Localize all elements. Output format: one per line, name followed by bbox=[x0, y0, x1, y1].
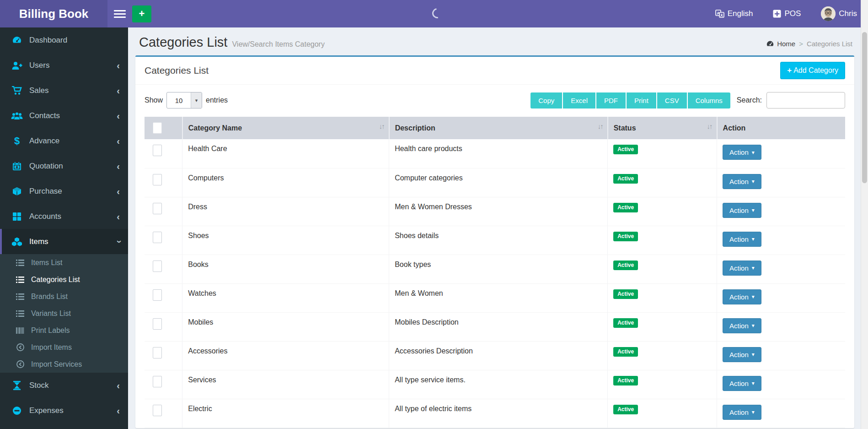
status-badge: Active bbox=[613, 232, 638, 241]
plus-icon: + bbox=[787, 66, 792, 75]
list-icon bbox=[15, 260, 26, 266]
action-dropdown-button[interactable]: Action▾ bbox=[723, 145, 761, 160]
description-cell: All type of electric items bbox=[389, 399, 608, 428]
row-checkbox[interactable] bbox=[153, 405, 162, 416]
quick-add-button[interactable]: + bbox=[132, 5, 151, 22]
sidebar-item-expenses[interactable]: Expenses ‹ bbox=[0, 398, 128, 423]
sidebar-item-users[interactable]: Users ‹ bbox=[0, 53, 128, 78]
show-label: Show bbox=[145, 96, 163, 104]
dashboard-icon bbox=[11, 36, 23, 45]
row-checkbox[interactable] bbox=[153, 261, 162, 272]
sidebar-toggle-hamburger-icon[interactable] bbox=[114, 8, 126, 20]
chevron-left-icon: ‹ bbox=[117, 406, 120, 415]
excel-button[interactable]: Excel bbox=[563, 92, 596, 109]
column-header-description[interactable]: Description ↓↑ bbox=[389, 117, 608, 139]
sort-icon: ↓↑ bbox=[598, 122, 603, 130]
sidebar-item-import-services[interactable]: Import Services bbox=[0, 356, 128, 373]
table-row: Watches Men & Women Active Action▾ bbox=[145, 283, 845, 312]
action-dropdown-button[interactable]: Action▾ bbox=[723, 289, 761, 304]
row-checkbox[interactable] bbox=[153, 203, 162, 214]
caret-down-icon: ▾ bbox=[752, 322, 755, 329]
breadcrumb-home[interactable]: Home bbox=[766, 40, 795, 48]
pdf-button[interactable]: PDF bbox=[596, 92, 627, 109]
select-all-checkbox[interactable] bbox=[153, 122, 162, 134]
action-dropdown-button[interactable]: Action▾ bbox=[723, 261, 761, 276]
sidebar-item-accounts[interactable]: Accounts ‹ bbox=[0, 204, 128, 229]
copy-button[interactable]: Copy bbox=[530, 92, 563, 109]
sidebar-item-import-items[interactable]: Import Items bbox=[0, 339, 128, 356]
pos-menu[interactable]: POS bbox=[773, 9, 801, 18]
sidebar-item-items-list[interactable]: Items List bbox=[0, 254, 128, 271]
chevron-down-icon: ‹ bbox=[114, 240, 123, 243]
columns-button[interactable]: Columns bbox=[688, 92, 730, 109]
action-dropdown-button[interactable]: Action▾ bbox=[723, 232, 761, 247]
status-badge: Active bbox=[613, 376, 638, 386]
row-checkbox[interactable] bbox=[153, 318, 162, 330]
action-dropdown-button[interactable]: Action▾ bbox=[723, 347, 761, 362]
row-checkbox[interactable] bbox=[153, 232, 162, 243]
chevron-left-icon: ‹ bbox=[117, 162, 120, 171]
category-name-cell: Accessories bbox=[182, 341, 389, 370]
language-icon: A bbox=[715, 10, 724, 18]
row-checkbox[interactable] bbox=[153, 145, 162, 156]
status-badge: Active bbox=[613, 289, 638, 299]
row-checkbox[interactable] bbox=[153, 347, 162, 358]
status-badge: Active bbox=[613, 347, 638, 357]
loading-spinner-icon bbox=[430, 6, 445, 21]
category-name-cell: Electric bbox=[182, 399, 389, 428]
column-header-status[interactable]: Status ↓↑ bbox=[608, 117, 717, 139]
caret-down-icon: ▾ bbox=[752, 293, 755, 300]
status-badge: Active bbox=[613, 145, 638, 154]
sidebar-item-print-labels[interactable]: Print Labels bbox=[0, 322, 128, 339]
vertical-scrollbar[interactable] bbox=[861, 0, 868, 429]
table-toolbar: Show 10 ▾ entries Copy Excel PDF Print bbox=[135, 85, 854, 112]
status-badge: Active bbox=[613, 318, 638, 328]
column-header-category-name[interactable]: Category Name ↓↑ bbox=[182, 117, 389, 139]
caret-down-icon: ▾ bbox=[752, 351, 755, 358]
list-icon bbox=[15, 277, 26, 283]
sidebar-item-stock[interactable]: Stock ‹ bbox=[0, 373, 128, 398]
sidebar-item-brands-list[interactable]: Brands List bbox=[0, 288, 128, 305]
action-dropdown-button[interactable]: Action▾ bbox=[723, 376, 761, 391]
csv-button[interactable]: CSV bbox=[657, 92, 688, 109]
sidebar-item-contacts[interactable]: Contacts ‹ bbox=[0, 103, 128, 128]
list-icon bbox=[15, 293, 26, 300]
sidebar-item-dashboard[interactable]: Dashboard bbox=[0, 27, 128, 53]
add-category-button[interactable]: + Add Category bbox=[780, 62, 845, 79]
table-row: Mobiles Mobiles Description Active Actio… bbox=[145, 312, 845, 341]
language-menu[interactable]: A English bbox=[715, 9, 753, 18]
sidebar-item-items[interactable]: Items ‹ bbox=[0, 229, 128, 254]
row-checkbox[interactable] bbox=[153, 289, 162, 301]
user-name: Chris bbox=[839, 9, 857, 18]
action-dropdown-button[interactable]: Action▾ bbox=[723, 203, 761, 218]
action-dropdown-button[interactable]: Action▾ bbox=[723, 405, 761, 420]
sidebar-item-advance[interactable]: $ Advance ‹ bbox=[0, 128, 128, 153]
sidebar-item-variants-list[interactable]: Variants List bbox=[0, 305, 128, 322]
action-dropdown-button[interactable]: Action▾ bbox=[723, 318, 761, 333]
barcode-icon bbox=[15, 327, 26, 334]
print-button[interactable]: Print bbox=[627, 92, 657, 109]
sidebar-item-categories-list[interactable]: Categories List bbox=[0, 271, 128, 288]
search-input[interactable] bbox=[766, 92, 845, 109]
row-checkbox[interactable] bbox=[153, 376, 162, 387]
action-dropdown-button[interactable]: Action▾ bbox=[723, 174, 761, 189]
chevron-left-icon: ‹ bbox=[117, 111, 120, 120]
items-submenu: Items List Categories List bbox=[0, 254, 128, 373]
category-name-cell: Computers bbox=[182, 168, 389, 197]
sidebar-item-sales[interactable]: Sales ‹ bbox=[0, 78, 128, 103]
status-badge: Active bbox=[613, 405, 638, 414]
sidebar-item-quotation[interactable]: Quotation ‹ bbox=[0, 153, 128, 179]
sidebar-item-purchase[interactable]: Purchase ‹ bbox=[0, 179, 128, 204]
category-name-cell: Watches bbox=[182, 283, 389, 312]
page-length-group: Show 10 ▾ entries bbox=[145, 92, 228, 109]
brand-logo[interactable]: Billing Book bbox=[0, 0, 107, 27]
pos-label: POS bbox=[784, 9, 801, 18]
caret-down-icon: ▾ bbox=[752, 236, 755, 242]
row-checkbox[interactable] bbox=[153, 174, 162, 185]
user-menu[interactable]: Chris bbox=[821, 6, 857, 21]
top-navbar: Billing Book + A English bbox=[0, 0, 868, 27]
scrollbar-thumb[interactable] bbox=[862, 32, 867, 183]
cube-icon bbox=[11, 187, 23, 196]
cart-icon bbox=[11, 86, 23, 95]
page-length-select[interactable]: 10 ▾ bbox=[166, 92, 202, 109]
